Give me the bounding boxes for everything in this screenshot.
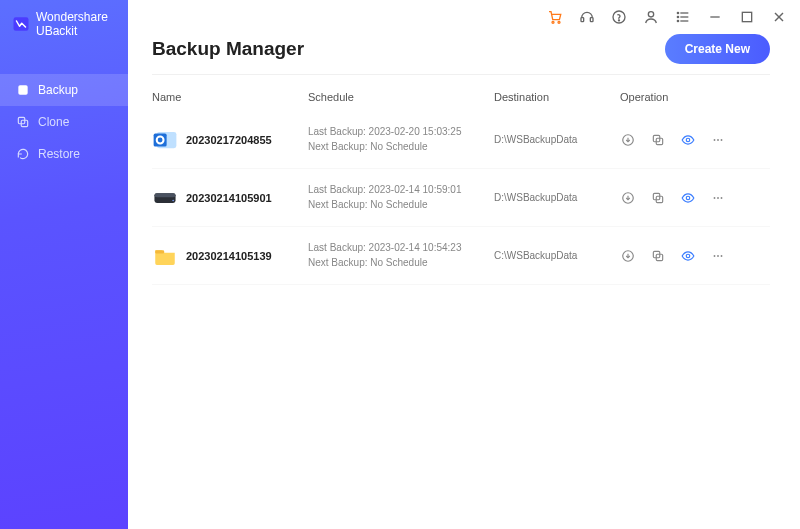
brand-label: Wondershare UBackit xyxy=(36,10,116,38)
close-button[interactable] xyxy=(770,8,788,26)
divider xyxy=(152,74,770,75)
svg-point-49 xyxy=(714,255,716,257)
svg-point-9 xyxy=(618,20,619,21)
col-schedule: Schedule xyxy=(308,91,488,103)
next-backup: Next Backup: No Schedule xyxy=(308,198,488,213)
view-button[interactable] xyxy=(680,248,696,264)
svg-point-14 xyxy=(677,12,678,13)
account-icon[interactable] xyxy=(642,8,660,26)
svg-point-41 xyxy=(717,197,719,199)
more-button[interactable] xyxy=(710,190,726,206)
help-icon[interactable] xyxy=(610,8,628,26)
backup-icon xyxy=(16,83,30,97)
more-button[interactable] xyxy=(710,132,726,148)
run-backup-button[interactable] xyxy=(620,248,636,264)
main: Backup Manager Create New Name Schedule … xyxy=(128,0,800,529)
name-cell: 20230214105901 xyxy=(152,185,302,211)
sidebar-item-label: Restore xyxy=(38,147,80,161)
svg-point-39 xyxy=(686,196,690,200)
create-new-button[interactable]: Create New xyxy=(665,34,770,64)
sidebar-item-label: Backup xyxy=(38,83,78,97)
list-icon[interactable] xyxy=(674,8,692,26)
name-cell: 20230214105139 xyxy=(152,243,302,269)
svg-point-51 xyxy=(721,255,723,257)
sidebar-item-restore[interactable]: Restore xyxy=(0,138,128,170)
col-destination: Destination xyxy=(494,91,614,103)
table-row: 20230214105139Last Backup: 2023-02-14 10… xyxy=(152,227,770,285)
svg-point-40 xyxy=(714,197,716,199)
sidebar-item-clone[interactable]: Clone xyxy=(0,106,128,138)
svg-rect-33 xyxy=(154,193,175,197)
content: Backup Manager Create New Name Schedule … xyxy=(128,34,800,529)
operations xyxy=(620,248,770,264)
destination-cell: D:\WSBackupData xyxy=(494,192,614,203)
schedule-cell: Last Backup: 2023-02-14 10:59:01Next Bac… xyxy=(308,183,488,212)
svg-point-50 xyxy=(717,255,719,257)
maximize-button[interactable] xyxy=(738,8,756,26)
name-cell: 20230217204855 xyxy=(152,127,302,153)
item-name: 20230217204855 xyxy=(186,134,272,146)
last-backup: Last Backup: 2023-02-14 10:54:23 xyxy=(308,241,488,256)
app-logo-icon xyxy=(12,15,30,33)
nav: Backup Clone Restore xyxy=(0,74,128,170)
svg-rect-1 xyxy=(18,85,27,94)
copy-button[interactable] xyxy=(650,248,666,264)
clone-icon xyxy=(16,115,30,129)
svg-point-48 xyxy=(686,254,690,258)
svg-point-34 xyxy=(172,199,174,201)
sidebar: Wondershare UBackit Backup Clone xyxy=(0,0,128,529)
cart-icon[interactable] xyxy=(546,8,564,26)
svg-rect-6 xyxy=(581,18,584,22)
svg-point-15 xyxy=(677,16,678,17)
destination-cell: C:\WSBackupData xyxy=(494,250,614,261)
col-operation: Operation xyxy=(620,91,770,103)
run-backup-button[interactable] xyxy=(620,190,636,206)
next-backup: Next Backup: No Schedule xyxy=(308,140,488,155)
copy-button[interactable] xyxy=(650,132,666,148)
destination-cell: D:\WSBackupData xyxy=(494,134,614,145)
page-title: Backup Manager xyxy=(152,38,304,60)
svg-point-31 xyxy=(721,139,723,141)
view-button[interactable] xyxy=(680,190,696,206)
last-backup: Last Backup: 2023-02-14 10:59:01 xyxy=(308,183,488,198)
col-name: Name xyxy=(152,91,302,103)
svg-point-30 xyxy=(717,139,719,141)
titlebar xyxy=(128,0,800,34)
table-header: Name Schedule Destination Operation xyxy=(152,79,770,111)
run-backup-button[interactable] xyxy=(620,132,636,148)
svg-point-4 xyxy=(552,21,554,23)
operations xyxy=(620,132,770,148)
schedule-cell: Last Backup: 2023-02-20 15:03:25Next Bac… xyxy=(308,125,488,154)
table-row: 20230214105901Last Backup: 2023-02-14 10… xyxy=(152,169,770,227)
svg-point-10 xyxy=(648,12,653,17)
copy-button[interactable] xyxy=(650,190,666,206)
next-backup: Next Backup: No Schedule xyxy=(308,256,488,271)
disk-icon xyxy=(152,185,178,211)
item-name: 20230214105901 xyxy=(186,192,272,204)
sidebar-item-backup[interactable]: Backup xyxy=(0,74,128,106)
svg-point-28 xyxy=(686,138,690,142)
last-backup: Last Backup: 2023-02-20 15:03:25 xyxy=(308,125,488,140)
svg-rect-22 xyxy=(154,133,167,146)
brand: Wondershare UBackit xyxy=(0,0,128,48)
operations xyxy=(620,190,770,206)
outlook-icon xyxy=(152,127,178,153)
table-row: 20230217204855Last Backup: 2023-02-20 15… xyxy=(152,111,770,169)
table-body: 20230217204855Last Backup: 2023-02-20 15… xyxy=(152,111,770,285)
item-name: 20230214105139 xyxy=(186,250,272,262)
svg-rect-7 xyxy=(590,18,593,22)
svg-point-29 xyxy=(714,139,716,141)
sidebar-item-label: Clone xyxy=(38,115,69,129)
minimize-button[interactable] xyxy=(706,8,724,26)
headset-icon[interactable] xyxy=(578,8,596,26)
svg-point-42 xyxy=(721,197,723,199)
restore-icon xyxy=(16,147,30,161)
view-button[interactable] xyxy=(680,132,696,148)
svg-point-16 xyxy=(677,20,678,21)
svg-rect-18 xyxy=(742,12,751,21)
svg-rect-43 xyxy=(155,250,164,253)
more-button[interactable] xyxy=(710,248,726,264)
svg-point-5 xyxy=(558,21,560,23)
schedule-cell: Last Backup: 2023-02-14 10:54:23Next Bac… xyxy=(308,241,488,270)
folder-icon xyxy=(152,243,178,269)
